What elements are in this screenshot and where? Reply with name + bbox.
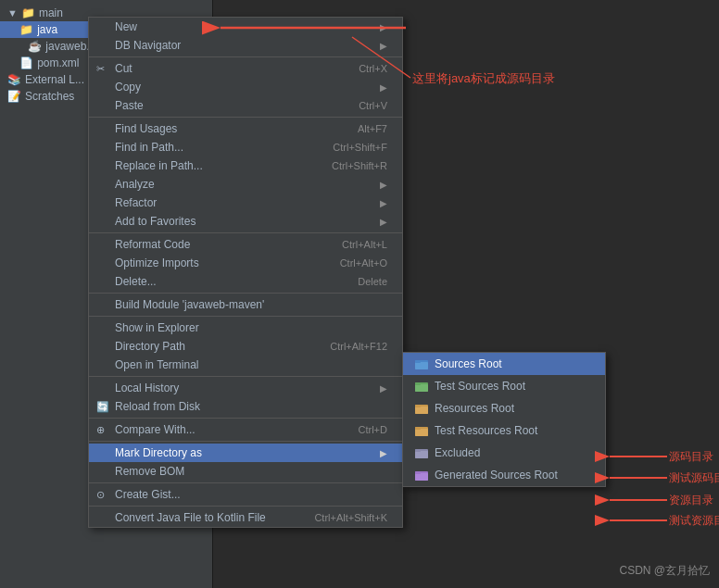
menu-item-refactor[interactable]: Refactor ▶: [89, 194, 402, 212]
menu-item-paste[interactable]: Paste Ctrl+V: [89, 96, 402, 115]
svg-rect-13: [415, 451, 428, 458]
arrow-icon-analyze: ▶: [380, 180, 387, 190]
indent-space: [7, 24, 16, 35]
shortcut-reformat: Ctrl+Alt+L: [342, 239, 387, 250]
svg-rect-17: [415, 471, 421, 474]
menu-item-show-explorer[interactable]: Show in Explorer: [89, 319, 402, 337]
menu-item-convert-kotlin[interactable]: Convert Java File to Kotlin File Ctrl+Al…: [89, 508, 402, 527]
separator-3: [89, 232, 402, 233]
sources-root-icon: [414, 357, 429, 371]
svg-rect-11: [415, 427, 421, 430]
separator-2: [89, 117, 402, 118]
resources-root-icon: [414, 401, 429, 416]
folder-icon-java: 📁: [19, 23, 33, 36]
menu-label-replace-path: Replace in Path...: [115, 159, 203, 172]
menu-label-compare: Compare With...: [115, 423, 196, 436]
menu-item-find-path[interactable]: Find in Path... Ctrl+Shift+F: [89, 138, 402, 156]
submenu-label-test-sources-root: Test Sources Root: [435, 380, 525, 393]
menu-label-remove-bom: Remove BOM: [115, 465, 184, 478]
generated-sources-root-icon: [414, 468, 429, 482]
menu-label-find-path: Find in Path...: [115, 141, 183, 154]
submenu-item-generated-sources-root[interactable]: Generated Sources Root: [403, 464, 605, 486]
menu-label-terminal: Open in Terminal: [115, 358, 199, 371]
xml-icon: 📄: [19, 56, 33, 69]
watermark: CSDN @玄月拾忆: [619, 563, 710, 579]
menu-label-refactor: Refactor: [115, 196, 157, 209]
context-menu: New ▶ DB Navigator ▶ ✂ Cut Ctrl+X Copy ▶…: [88, 17, 403, 528]
svg-rect-1: [415, 362, 428, 369]
svg-rect-4: [415, 384, 428, 392]
menu-item-db-navigator[interactable]: DB Navigator ▶: [89, 36, 402, 55]
menu-item-build[interactable]: Build Module 'javaweb-maven': [89, 295, 402, 314]
menu-item-delete[interactable]: Delete... Delete: [89, 272, 402, 291]
menu-item-remove-bom[interactable]: Remove BOM: [89, 462, 402, 481]
shortcut-convert-kotlin: Ctrl+Alt+Shift+K: [314, 512, 387, 523]
svg-rect-14: [415, 449, 421, 452]
svg-rect-8: [415, 405, 421, 407]
tree-label-external: External L...: [25, 73, 84, 86]
menu-label-local-history: Local History: [115, 382, 179, 394]
separator-6: [89, 376, 402, 377]
menu-item-create-gist[interactable]: ⊙ Create Gist...: [89, 485, 402, 504]
submenu-label-excluded: Excluded: [435, 446, 480, 459]
scratches-icon: 📝: [7, 90, 21, 103]
svg-rect-10: [415, 429, 428, 436]
submenu-item-test-resources-root[interactable]: Test Resources Root: [403, 419, 605, 442]
menu-label-cut: Cut: [115, 62, 132, 75]
menu-label-new: New: [115, 20, 137, 33]
menu-item-dir-path[interactable]: Directory Path Ctrl+Alt+F12: [89, 337, 402, 356]
menu-label-build: Build Module 'javaweb-maven': [115, 298, 264, 311]
indent-space-3: [7, 57, 16, 69]
arrow-icon-db: ▶: [380, 41, 387, 51]
submenu-label-sources-root: Sources Root: [435, 357, 502, 370]
menu-item-reload[interactable]: 🔄 Reload from Disk: [89, 397, 402, 416]
shortcut-delete: Delete: [358, 276, 387, 287]
menu-item-cut[interactable]: ✂ Cut Ctrl+X: [89, 59, 402, 78]
shortcut-compare: Ctrl+D: [359, 424, 387, 435]
menu-item-compare[interactable]: ⊕ Compare With... Ctrl+D: [89, 420, 402, 439]
test-sources-root-icon: [414, 379, 429, 394]
arrow-icon-local-history: ▶: [380, 383, 387, 394]
menu-item-copy[interactable]: Copy ▶: [89, 78, 402, 96]
menu-item-mark-directory[interactable]: Mark Directory as ▶: [89, 444, 402, 462]
submenu-label-generated-sources-root: Generated Sources Root: [435, 469, 558, 482]
menu-item-optimize[interactable]: Optimize Imports Ctrl+Alt+O: [89, 254, 402, 272]
test-resources-root-icon: [414, 423, 429, 438]
reload-icon: 🔄: [96, 401, 109, 413]
submenu-item-sources-root[interactable]: Sources Root: [403, 353, 605, 375]
svg-rect-2: [415, 360, 421, 363]
compare-icon: ⊕: [96, 424, 105, 436]
menu-label-dir-path: Directory Path: [115, 340, 185, 353]
menu-item-find-usages[interactable]: Find Usages Alt+F7: [89, 119, 402, 138]
menu-item-replace-path[interactable]: Replace in Path... Ctrl+Shift+R: [89, 156, 402, 175]
submenu-item-test-sources-root[interactable]: Test Sources Root: [403, 375, 605, 397]
shortcut-find-usages: Alt+F7: [358, 123, 387, 134]
menu-label-optimize: Optimize Imports: [115, 256, 199, 269]
submenu-label-test-resources-root: Test Resources Root: [435, 424, 537, 437]
arrow-icon-favorites: ▶: [380, 217, 387, 227]
menu-item-new[interactable]: New ▶: [89, 18, 402, 36]
menu-label-find-usages: Find Usages: [115, 122, 177, 135]
menu-item-terminal[interactable]: Open in Terminal: [89, 356, 402, 374]
menu-item-favorites[interactable]: Add to Favorites ▶: [89, 212, 402, 231]
menu-label-convert-kotlin: Convert Java File to Kotlin File: [115, 511, 266, 524]
shortcut-cut: Ctrl+X: [359, 63, 387, 74]
separator-1: [89, 56, 402, 57]
tree-label-java: java: [37, 23, 57, 36]
submenu-item-resources-root[interactable]: Resources Root: [403, 397, 605, 419]
folder-icon: 📁: [21, 6, 35, 19]
menu-item-reformat[interactable]: Reformat Code Ctrl+Alt+L: [89, 235, 402, 254]
svg-rect-5: [415, 382, 421, 385]
separator-5: [89, 316, 402, 317]
menu-label-reformat: Reformat Code: [115, 238, 190, 251]
expand-icon: ▼: [7, 7, 18, 19]
arrow-icon-copy: ▶: [380, 82, 387, 93]
menu-item-analyze[interactable]: Analyze ▶: [89, 175, 402, 194]
cut-icon: ✂: [96, 63, 105, 75]
submenu-item-excluded[interactable]: Excluded: [403, 442, 605, 464]
menu-item-local-history[interactable]: Local History ▶: [89, 379, 402, 397]
menu-label-delete: Delete...: [115, 275, 157, 288]
excluded-icon: [414, 445, 429, 460]
arrow-icon-mark-directory: ▶: [380, 448, 387, 458]
svg-rect-7: [415, 407, 428, 414]
